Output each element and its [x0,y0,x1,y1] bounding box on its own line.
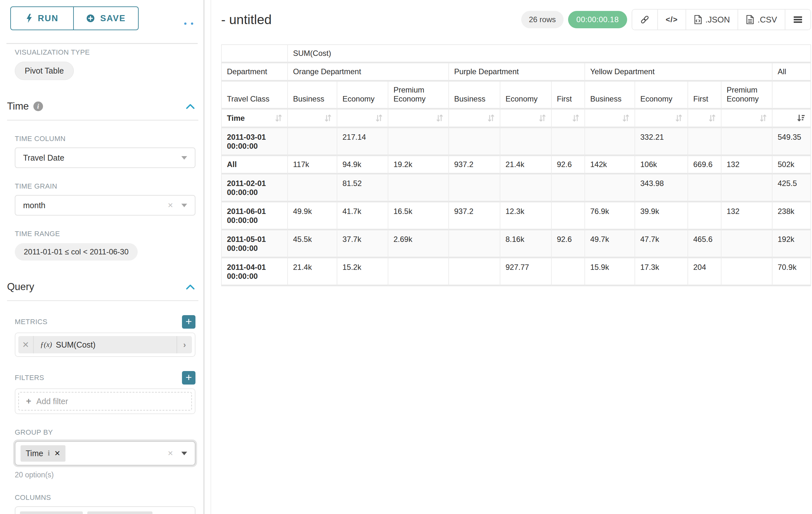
chevron-up-icon[interactable] [186,104,195,109]
chevron-right-icon[interactable]: › [176,336,192,353]
time-section: Time i TIME COLUMN Travel Date TIME GRAI… [15,101,196,261]
time-column-select[interactable]: Travel Date [15,147,196,168]
sort-header-cell[interactable] [552,110,585,128]
save-button[interactable]: SAVE [74,6,139,30]
pivot-cell [688,128,722,156]
sort-header-cell[interactable] [337,110,388,128]
sort-header-cell[interactable] [688,110,722,128]
sort-header-cell[interactable] [635,110,688,128]
pivot-cell [288,174,337,202]
pivot-table: SUM(Cost)DepartmentOrange DepartmentPurp… [221,44,811,286]
chevron-up-icon[interactable] [186,284,195,290]
time-range-value[interactable]: 2011-01-01 ≤ col < 2011-06-30 [15,243,138,261]
pivot-cell: 92.6 [552,156,585,174]
pivot-cell: 106k [635,156,688,174]
remove-metric-icon[interactable]: ✕ [18,336,34,353]
columns-select[interactable]: Department ✕ Travel Class ✕ × [15,506,196,514]
pivot-cell: 142k [585,156,635,174]
pivot-subcolumn-header: Business [585,82,635,110]
sort-icon[interactable] [675,114,682,123]
pivot-cell [552,258,585,286]
add-filter-button[interactable]: + [182,371,196,384]
panel-drag-handle[interactable] [184,23,193,25]
pivot-cell: 49.7k [585,230,635,258]
sort-icon[interactable] [324,114,331,123]
sort-icon[interactable] [436,114,443,123]
chevron-down-icon[interactable] [181,452,187,455]
info-icon: i [48,449,50,457]
sort-icon[interactable] [622,114,629,123]
sort-header-cell[interactable] [388,110,449,128]
metrics-control: ✕ ƒ(x) SUM(Cost) › [15,332,196,357]
add-filter-dropzone[interactable]: + Add filter [18,392,192,410]
pivot-row-label: 2011-06-01 00:00:00 [221,202,288,230]
sort-icon[interactable] [376,114,383,123]
remove-tag-icon[interactable]: ✕ [54,449,60,458]
sort-icon[interactable] [275,114,282,123]
sort-icon[interactable] [539,114,546,123]
view-query-button[interactable]: </> [657,10,686,30]
pivot-cell [585,174,635,202]
columns-tag[interactable]: Department ✕ [20,511,83,514]
pivot-cell: 502k [773,156,811,174]
pivot-cell [288,128,337,156]
group-by-select[interactable]: Time i ✕ × [15,441,196,465]
pivot-cell: 192k [773,230,811,258]
more-options-button[interactable] [785,10,810,30]
function-icon: ƒ(x) [40,341,52,349]
group-by-label: GROUP BY [15,428,196,437]
sort-desc-icon[interactable] [796,114,805,123]
pivot-data-row: 2011-03-01 00:00:00217.14332.21549.35 [221,128,811,156]
metric-pill[interactable]: ✕ ƒ(x) SUM(Cost) › [18,336,192,353]
time-section-title: Time [7,101,29,112]
query-timer-badge: 00:00:00.18 [568,11,627,28]
sort-header-cell[interactable] [773,110,811,128]
share-link-button[interactable] [632,10,657,30]
columns-tag[interactable]: Travel Class ✕ [87,511,152,514]
metrics-label: METRICS [15,318,48,326]
sort-icon[interactable] [488,114,495,123]
pivot-cell [585,128,635,156]
chart-title[interactable]: - untitled [221,12,271,27]
section-divider [7,300,198,301]
pivot-row-label: 2011-04-01 00:00:00 [221,258,288,286]
pivot-cell [449,230,500,258]
panel-resize-gutter[interactable] [204,0,211,514]
sort-header-cell[interactable] [722,110,773,128]
sort-icon[interactable] [709,114,716,123]
run-button[interactable]: RUN [10,6,74,30]
chart-header: - untitled 26 rows 00:00:00.18 </> .JSON [221,9,811,30]
sort-header-cell[interactable] [585,110,635,128]
group-by-tag[interactable]: Time i ✕ [21,445,65,462]
pivot-cell: 45.5k [288,230,337,258]
pivot-subcolumn-header: Economy [337,82,388,110]
section-divider [7,120,198,120]
sort-header-cell[interactable] [288,110,337,128]
chevron-down-icon[interactable] [181,204,187,207]
time-grain-select[interactable]: month × [15,195,196,216]
pivot-cell [688,202,722,230]
clear-icon[interactable]: × [168,201,173,210]
pivot-cell: 238k [773,202,811,230]
add-metric-button[interactable]: + [182,315,196,329]
pivot-subcolumn-header [773,82,811,110]
pivot-subcolumn-header: First [688,82,722,110]
export-json-button[interactable]: .JSON [686,10,738,30]
pivot-data-row: 2011-04-01 00:00:0021.4k15.2k927.7715.9k… [221,258,811,286]
pivot-cell [722,128,773,156]
pivot-row-dimension-header[interactable]: Time [221,110,288,128]
visualization-type-value[interactable]: Pivot Table [15,62,74,80]
pivot-col-dimension-label: Department [221,63,288,82]
lightning-icon [26,13,33,23]
sort-icon[interactable] [760,114,767,123]
pivot-cell: 81.52 [337,174,388,202]
sort-header-cell[interactable] [449,110,500,128]
query-section: Query METRICS + ✕ ƒ(x) SUM(Cos [15,281,196,514]
export-csv-button[interactable]: .CSV [737,10,785,30]
sort-header-cell[interactable] [500,110,552,128]
chevron-down-icon[interactable] [181,156,187,160]
sort-icon[interactable] [572,114,579,123]
pivot-row-label: 2011-03-01 00:00:00 [221,128,288,156]
clear-icon[interactable]: × [168,449,173,458]
csv-file-icon [746,15,754,24]
